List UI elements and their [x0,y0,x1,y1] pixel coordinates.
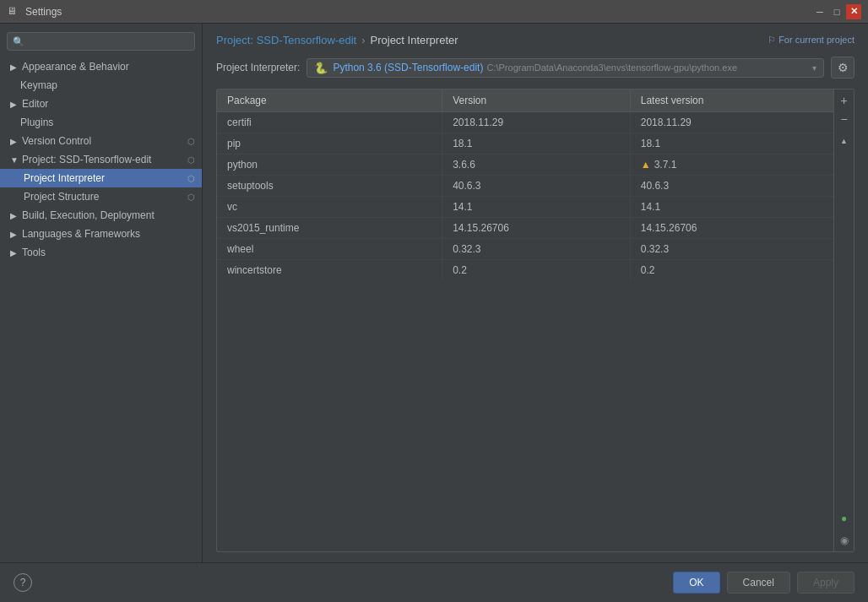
settings-dialog: 🔍 ▶ Appearance & Behavior Keymap ▶ Edito… [0,24,868,602]
search-icon: 🔍 [13,36,24,47]
help-button[interactable]: ? [14,573,32,592]
package-version-cell: 0.32.3 [442,239,631,260]
minimize-button[interactable]: ─ [812,4,827,19]
sidebar-item-plugins[interactable]: Plugins [0,113,202,132]
package-name-cell: pip [217,133,442,155]
arrow-icon: ▶ [10,62,19,72]
package-latest-cell: 14.15.26706 [630,218,833,239]
apply-button[interactable]: Apply [797,572,854,594]
show-early-releases-button[interactable]: ◉ [835,531,854,550]
question-mark-icon: ? [20,577,26,588]
sidebar-item-label: Appearance & Behavior [22,61,195,73]
packages-container: Package Version Latest version certifi20… [216,89,854,552]
search-box[interactable]: 🔍 [7,32,195,51]
table-row[interactable]: setuptools40.6.340.6.3 [217,176,833,197]
upgrade-arrow-icon: ▲ [641,159,651,171]
table-row[interactable]: wincertstore0.20.2 [217,260,833,281]
package-latest-cell: 14.1 [630,197,833,218]
add-package-button[interactable]: + [835,91,854,110]
table-row[interactable]: vc14.114.1 [217,197,833,218]
extra-icon: ⬡ [187,155,195,165]
sidebar-item-label: Languages & Frameworks [22,228,195,240]
interpreter-path: C:\ProgramData\Anaconda3\envs\tensorflow… [486,62,809,73]
sidebar-item-project-structure[interactable]: Project Structure ⬡ [0,187,202,206]
python-icon: 🐍 [314,62,328,74]
breadcrumb-separator: › [361,34,365,46]
interpreter-select[interactable]: 🐍 Python 3.6 (SSD-Tensorflow-edit) C:\Pr… [307,58,824,78]
package-name-cell: python [217,155,442,176]
search-input[interactable] [28,35,189,47]
for-current-project-link[interactable]: ⚐ For current project [768,35,854,46]
extra-icon: ⬡ [187,193,195,202]
sidebar-item-label: Project Interpreter [24,172,187,184]
sidebar-item-label: Plugins [20,117,195,128]
table-row[interactable]: pip18.118.1 [217,133,833,155]
arrow-icon: ▶ [10,248,19,258]
sidebar-item-editor[interactable]: ▶ Editor [0,95,202,113]
remove-package-button[interactable]: − [835,110,854,128]
dropdown-arrow-icon: ▾ [812,63,816,73]
package-version-cell: 2018.11.29 [442,112,631,133]
sidebar: 🔍 ▶ Appearance & Behavior Keymap ▶ Edito… [0,24,203,562]
arrow-icon: ▼ [10,155,19,165]
package-name-cell: vc [217,197,442,218]
sidebar-item-appearance[interactable]: ▶ Appearance & Behavior [0,57,202,76]
column-header-version: Version [442,89,631,112]
arrow-icon: ▶ [10,211,19,220]
sidebar-item-label: Keymap [20,79,195,91]
table-row[interactable]: wheel0.32.30.32.3 [217,239,833,260]
maximize-button[interactable]: □ [829,4,844,19]
packages-table: Package Version Latest version certifi20… [217,89,833,280]
package-latest-cell: ▲3.7.1 [630,155,833,176]
sidebar-item-label: Project: SSD-Tensorflow-edit [22,154,187,165]
interpreter-settings-button[interactable]: ⚙ [831,57,854,79]
package-latest-cell: 18.1 [630,133,833,155]
content-area: Project: SSD-Tensorflow-edit › Project I… [203,24,868,562]
interpreter-name: Python 3.6 (SSD-Tensorflow-edit) [333,62,483,73]
column-header-latest: Latest version [630,89,833,112]
title-bar: 🖥 Settings ─ □ ✕ [0,0,868,24]
dialog-body: 🔍 ▶ Appearance & Behavior Keymap ▶ Edito… [0,24,868,562]
cancel-button[interactable]: Cancel [727,572,790,594]
package-latest-cell: 0.2 [630,260,833,281]
sidebar-item-version-control[interactable]: ▶ Version Control ⬡ [0,132,202,150]
table-row[interactable]: vs2015_runtime14.15.2670614.15.26706 [217,218,833,239]
breadcrumb-project-link[interactable]: Project: SSD-Tensorflow-edit [216,34,356,46]
interpreter-row: Project Interpreter: 🐍 Python 3.6 (SSD-T… [216,57,854,79]
window-controls: ─ □ ✕ [812,4,861,19]
package-name-cell: wheel [217,239,442,260]
column-header-package: Package [217,89,442,112]
footer-buttons: OK Cancel Apply [673,572,854,594]
package-version-cell: 14.15.26706 [442,218,631,239]
package-latest-cell: 2018.11.29 [630,112,833,133]
extra-icon: ⬡ [187,137,195,146]
title-text: Settings [25,6,812,18]
sidebar-item-tools[interactable]: ▶ Tools [0,243,202,262]
sidebar-item-project-interpreter[interactable]: Project Interpreter ⬡ [0,169,202,187]
breadcrumb: Project: SSD-Tensorflow-edit › Project I… [216,34,854,46]
ok-button[interactable]: OK [673,572,719,594]
package-version-cell: 40.6.3 [442,176,631,197]
arrow-icon: ▶ [10,137,19,146]
package-version-cell: 14.1 [442,197,631,218]
sidebar-item-languages[interactable]: ▶ Languages & Frameworks [0,225,202,243]
package-name-cell: vs2015_runtime [217,218,442,239]
scroll-up-button[interactable]: ▲ [835,132,854,150]
update-package-button[interactable]: ● [835,509,854,528]
sidebar-item-label: Version Control [22,135,187,147]
close-button[interactable]: ✕ [846,4,861,19]
packages-table-wrapper: Package Version Latest version certifi20… [217,89,833,551]
table-row[interactable]: certifi2018.11.292018.11.29 [217,112,833,133]
package-name-cell: certifi [217,112,442,133]
table-row[interactable]: python3.6.6▲3.7.1 [217,155,833,176]
package-latest-cell: 40.6.3 [630,176,833,197]
sidebar-item-build-execution[interactable]: ▶ Build, Execution, Deployment [0,206,202,225]
sidebar-item-keymap[interactable]: Keymap [0,76,202,95]
interpreter-label: Project Interpreter: [216,62,300,73]
package-version-cell: 0.2 [442,260,631,281]
sidebar-item-project[interactable]: ▼ Project: SSD-Tensorflow-edit ⬡ [0,150,202,169]
breadcrumb-current: Project Interpreter [371,34,458,46]
sidebar-item-label: Tools [22,247,195,258]
arrow-icon: ▶ [10,230,19,239]
dialog-footer: ? OK Cancel Apply [0,562,868,602]
